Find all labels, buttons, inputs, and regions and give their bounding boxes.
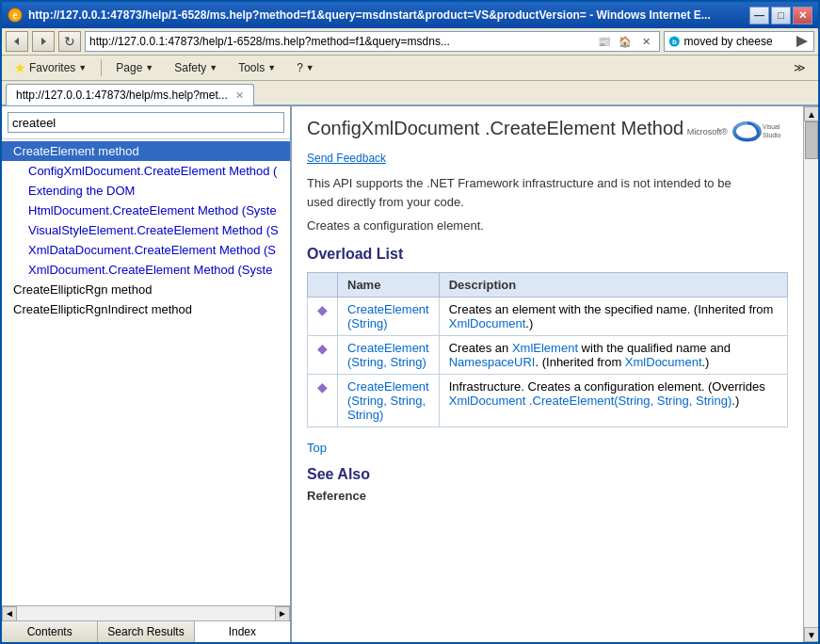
left-scrollbar: ◄ ► [2, 605, 290, 620]
xmldoc-link-2[interactable]: XmlDocument [625, 355, 702, 369]
creates-text: Creates a configuration element. [307, 218, 788, 233]
tree-item-0[interactable]: CreateElement method [2, 141, 290, 161]
index-tab-label: Index [229, 625, 256, 638]
top-link[interactable]: Top [307, 441, 327, 455]
scroll-right-button[interactable]: ► [275, 606, 290, 621]
scroll-track-right [804, 121, 818, 627]
overload-list-title: Overload List [307, 246, 788, 263]
forward-button[interactable] [32, 31, 55, 52]
safety-label: Safety [174, 61, 206, 74]
tree-item-5[interactable]: XmlDataDocument.CreateElement Method (S [2, 240, 290, 260]
title-bar: e http://127.0.0.1:47873/help/1-6528/ms.… [2, 2, 818, 28]
col-icon-header [308, 273, 338, 298]
address-input[interactable] [89, 35, 593, 48]
home-icon[interactable]: 🏠 [616, 32, 635, 51]
table-row-3: ◆ CreateElement(String, String,String) I… [308, 375, 788, 427]
index-tab[interactable]: Index [195, 621, 290, 642]
scroll-up-button[interactable]: ▲ [804, 106, 818, 121]
namespaceuri-link[interactable]: NamespaceURI [449, 355, 536, 369]
address-icons: 📰 🏠 ✕ [595, 32, 655, 51]
tree-item-7[interactable]: CreateEllipticRgn method [2, 280, 290, 299]
send-feedback-link[interactable]: Send Feedback [307, 152, 788, 165]
page-title: ConfigXmlDocument .CreateElement Method [307, 118, 683, 139]
bing-icon: b [668, 34, 681, 49]
svg-marker-3 [41, 38, 46, 45]
help-label: ? [297, 61, 303, 74]
favorites-label: Favorites [29, 61, 75, 74]
svg-text:Studio: Studio [763, 132, 780, 138]
extra-tools-button[interactable]: ≫ [785, 57, 814, 78]
overload-table: Name Description ◆ CreateElement(String)… [307, 272, 788, 427]
xmlelement-link[interactable]: XmlElement [512, 341, 578, 355]
search-results-tab[interactable]: Search Results [98, 621, 194, 642]
tree-item-3[interactable]: HtmlDocument.CreateElement Method (Syste [2, 201, 290, 220]
tools-chevron: ▼ [267, 63, 276, 72]
xmldoc-override-link[interactable]: XmlDocument .CreateElement(String, Strin… [449, 394, 732, 408]
left-search-input[interactable] [8, 112, 284, 133]
visual-studio-logo: Visual Studio [732, 118, 788, 146]
tab-label: http://127.0.0.1:47873/help/ms.help?met.… [16, 89, 228, 102]
page-button[interactable]: Page ▼ [107, 57, 162, 78]
scroll-down-button[interactable]: ▼ [804, 627, 818, 642]
xmldoc-link-1[interactable]: XmlDocument [449, 316, 526, 330]
svg-marker-6 [796, 36, 808, 47]
active-tab[interactable]: http://127.0.0.1:47873/help/ms.help?met.… [6, 84, 254, 105]
ms-text: Microsoft® [687, 127, 728, 137]
help-button[interactable]: ? ▼ [288, 57, 323, 78]
contents-tab-label: Contents [27, 625, 72, 638]
window-title: http://127.0.0.1:47873/help/1-6528/ms.he… [28, 8, 749, 22]
row3-icon-cell: ◆ [308, 375, 338, 427]
see-also-title: See Also [307, 466, 788, 483]
tree-item-4[interactable]: VisualStyleElement.CreateElement Method … [2, 220, 290, 240]
tools-label: Tools [238, 61, 265, 74]
contents-tab[interactable]: Contents [2, 621, 98, 642]
search-submit-button[interactable] [795, 32, 810, 51]
maximize-button[interactable]: □ [771, 7, 791, 24]
favorites-chevron: ▼ [78, 63, 87, 72]
content-area: CreateElement method ConfigXmlDocument.C… [2, 106, 818, 642]
table-row-2: ◆ CreateElement(String, String) Creates … [308, 336, 788, 375]
tree-item-8[interactable]: CreateEllipticRgnIndirect method [2, 299, 290, 319]
tab-bar: http://127.0.0.1:47873/help/ms.help?met.… [2, 81, 818, 106]
toolbar: ★ Favorites ▼ Page ▼ Safety ▼ Tools ▼ ? … [2, 56, 818, 81]
right-scrollbar: ▲ ▼ [803, 106, 818, 642]
page-title-text: ConfigXmlDocument .CreateElement Method [307, 118, 683, 138]
minimize-button[interactable]: — [749, 7, 769, 24]
page-title-block: ConfigXmlDocument .CreateElement Method [307, 118, 683, 143]
row1-icon-cell: ◆ [308, 298, 338, 336]
scroll-left-button[interactable]: ◄ [2, 606, 17, 621]
safety-chevron: ▼ [209, 63, 217, 72]
row1-name-cell: CreateElement(String) [338, 298, 440, 336]
tab-close-icon[interactable]: ✕ [235, 89, 244, 102]
tree-item-1[interactable]: ConfigXmlDocument.CreateElement Method ( [2, 161, 290, 181]
favorites-star[interactable]: ★ Favorites ▼ [6, 57, 95, 78]
row2-desc-cell: Creates an XmlElement with the qualified… [439, 336, 787, 375]
microsoft-label: Microsoft® [687, 127, 728, 137]
right-panel: ConfigXmlDocument .CreateElement Method … [292, 106, 803, 642]
method-icon-3: ◆ [317, 379, 328, 394]
tree-item-6[interactable]: XmlDocument.CreateElement Method (Syste [2, 260, 290, 280]
safety-button[interactable]: Safety ▼ [166, 57, 226, 78]
desc-line2: used directly from your code. [307, 195, 464, 209]
col-desc-header: Description [439, 273, 787, 298]
row3-method-link[interactable]: CreateElement(String, String,String) [347, 379, 429, 422]
scroll-thumb[interactable] [805, 121, 818, 159]
rss-icon[interactable]: 📰 [595, 32, 614, 51]
method-icon-1: ◆ [317, 302, 328, 317]
reference-text: Reference [307, 489, 788, 503]
row1-method-link[interactable]: CreateElement(String) [347, 302, 429, 330]
desc-line1: This API supports the .NET Framework inf… [307, 176, 732, 190]
search-bar: b [664, 31, 814, 52]
svg-marker-2 [14, 38, 19, 45]
close-button[interactable]: ✕ [793, 7, 812, 24]
search-input[interactable] [684, 35, 796, 48]
row2-method-link[interactable]: CreateElement(String, String) [347, 341, 429, 369]
tools-button[interactable]: Tools ▼ [230, 57, 284, 78]
table-row-1: ◆ CreateElement(String) Creates an eleme… [308, 298, 788, 336]
tree-item-2[interactable]: Extending the DOM [2, 181, 290, 201]
ms-vs-logo: Microsoft® [687, 118, 788, 146]
back-button[interactable] [6, 31, 28, 52]
stop-icon[interactable]: ✕ [636, 32, 655, 51]
api-description: This API supports the .NET Framework inf… [307, 174, 788, 211]
refresh-button[interactable]: ↻ [58, 31, 81, 52]
